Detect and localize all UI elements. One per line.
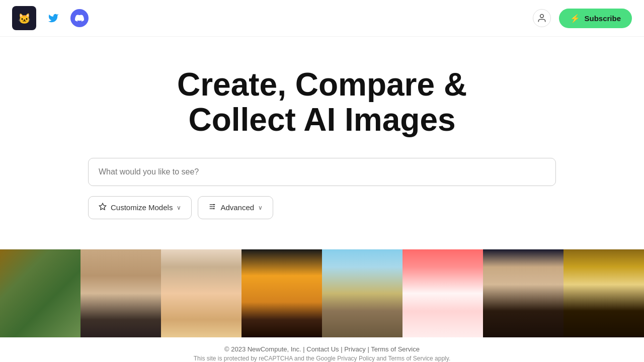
advanced-chevron: ∨ [258, 204, 263, 211]
user-account-icon[interactable] [533, 9, 551, 27]
footer-links-row: © 2023 NewCompute, Inc. | Contact Us | P… [8, 345, 636, 353]
footer: © 2023 NewCompute, Inc. | Contact Us | P… [0, 337, 644, 362]
svg-text:🐱: 🐱 [18, 13, 31, 25]
advanced-icon [208, 203, 216, 213]
subscribe-button[interactable]: ⚡ Subscribe [559, 9, 632, 28]
image-cell-food[interactable] [403, 249, 483, 337]
discord-link[interactable] [70, 9, 89, 27]
header: 🐱 ⚡ Subscribe [0, 0, 644, 37]
image-cell-man[interactable] [80, 249, 161, 337]
svg-point-7 [213, 204, 215, 205]
advanced-label: Advanced [220, 203, 254, 212]
svg-marker-3 [99, 203, 106, 210]
customize-chevron: ∨ [177, 204, 181, 211]
search-wrapper [88, 158, 556, 186]
twitter-link[interactable] [44, 9, 62, 27]
contact-us-link[interactable]: Contact Us [306, 345, 339, 353]
customize-models-button[interactable]: Customize Models ∨ [88, 196, 192, 219]
recaptcha-notice: This site is protected by reCAPTCHA and … [8, 355, 636, 362]
image-cell-forest[interactable] [0, 249, 80, 337]
header-left: 🐱 [12, 6, 89, 30]
image-cell-woman[interactable] [483, 249, 564, 337]
subscribe-label: Subscribe [584, 14, 621, 23]
svg-point-9 [213, 208, 215, 209]
search-container [88, 158, 556, 186]
customize-icon [99, 203, 107, 213]
action-buttons-row: Customize Models ∨ Advanced ∨ [88, 196, 556, 219]
image-cell-eagle[interactable] [564, 249, 644, 337]
header-right: ⚡ Subscribe [533, 9, 632, 28]
terms-link[interactable]: Terms of Service [371, 345, 420, 353]
search-input[interactable] [99, 167, 545, 176]
advanced-button[interactable]: Advanced ∨ [198, 196, 273, 219]
svg-point-2 [540, 15, 544, 18]
logo[interactable]: 🐱 [12, 6, 36, 30]
image-cell-temple[interactable] [322, 249, 403, 337]
image-cell-bird[interactable] [242, 249, 322, 337]
copyright-text: © 2023 NewCompute, Inc. [224, 345, 301, 353]
image-cell-kittens[interactable] [161, 249, 242, 337]
lightning-icon: ⚡ [570, 14, 580, 23]
hero-section: Create, Compare & Collect AI Images Cust… [0, 37, 644, 249]
hero-title: Create, Compare & Collect AI Images [10, 67, 634, 138]
image-strip [0, 249, 644, 337]
privacy-link[interactable]: Privacy [344, 345, 366, 353]
customize-models-label: Customize Models [111, 203, 173, 212]
svg-point-8 [213, 206, 215, 207]
